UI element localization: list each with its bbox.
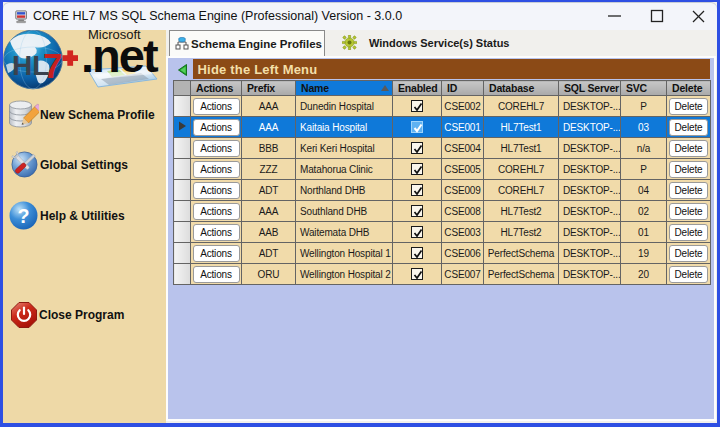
svg-text:?: ? [17,205,29,227]
svg-text:.net: .net [81,30,159,82]
svg-text:7: 7 [43,46,62,85]
